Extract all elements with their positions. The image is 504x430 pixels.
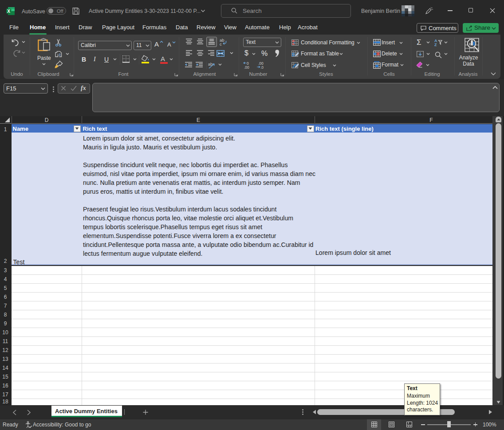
svg-text:X: X bbox=[7, 9, 10, 14]
svg-text:.0: .0 bbox=[260, 65, 264, 69]
svg-text:.00: .00 bbox=[244, 65, 249, 69]
svg-text:c: c bbox=[220, 42, 222, 46]
svg-text:Z: Z bbox=[434, 43, 437, 47]
